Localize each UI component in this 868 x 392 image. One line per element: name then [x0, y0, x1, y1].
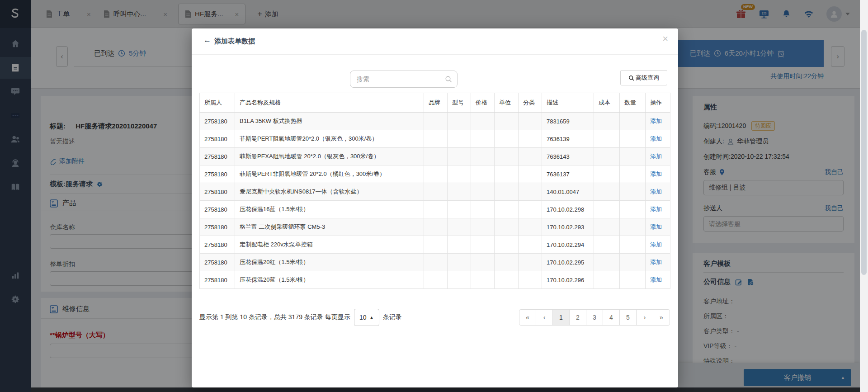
add-product-link[interactable]: 添加 [650, 223, 662, 230]
cell-brand [424, 254, 448, 271]
cell-desc: 7636137 [542, 165, 594, 183]
cell-category [519, 218, 542, 236]
cell-cost [594, 254, 620, 271]
screen: 工单 × 呼叫中心... × HF服务... × + 添加 NEW [0, 0, 868, 392]
cell-unit [495, 254, 519, 271]
column-header: 分类 [519, 93, 542, 113]
cell-name: B1LA 35KW 板式换热器 [235, 113, 424, 130]
cell-owner: 2758180 [200, 183, 235, 201]
add-product-link[interactable]: 添加 [650, 241, 662, 248]
cell-price [471, 218, 495, 236]
search-input[interactable] [350, 71, 458, 88]
cell-model [448, 165, 471, 183]
cell-unit [495, 130, 519, 148]
cell-price [471, 130, 495, 148]
cell-brand [424, 148, 448, 165]
page-button-›[interactable]: › [636, 309, 653, 326]
cell-category [519, 201, 542, 218]
cell-qty [620, 130, 646, 148]
add-product-link[interactable]: 添加 [650, 276, 662, 283]
pagination: «‹12345›» [519, 309, 670, 326]
cell-price [471, 201, 495, 218]
cell-qty [620, 254, 646, 271]
cell-cost [594, 218, 620, 236]
table-row: 2758180压花保温20蓝（1.5米/根）170.10.02.296添加 [200, 271, 670, 289]
cell-brand [424, 236, 448, 254]
cell-qty [620, 165, 646, 183]
cell-brand [424, 271, 448, 289]
cell-name: 菲斯曼PERT阻氧地暖管20*2.0（银灰色，300米/卷） [235, 130, 424, 148]
column-header: 成本 [594, 93, 620, 113]
cell-brand [424, 165, 448, 183]
cell-brand [424, 113, 448, 130]
cell-name: 格兰富 二次侧采暖循环泵 CM5-3 [235, 218, 424, 236]
page-button-«[interactable]: « [519, 309, 536, 326]
column-header: 型号 [448, 93, 471, 113]
column-header: 操作 [646, 93, 670, 113]
cell-price [471, 113, 495, 130]
cell-model [448, 271, 471, 289]
cell-category [519, 254, 542, 271]
cell-desc: 7636143 [542, 148, 594, 165]
cell-qty [620, 218, 646, 236]
page-button-1[interactable]: 1 [552, 309, 570, 326]
close-icon[interactable]: × [662, 34, 668, 44]
cell-action: 添加 [646, 130, 670, 148]
add-product-link[interactable]: 添加 [650, 118, 662, 124]
page-button-3[interactable]: 3 [586, 309, 603, 326]
cell-brand [424, 201, 448, 218]
cell-cost [594, 148, 620, 165]
table-row: 2758180定制配电柜 220v水泵单控箱170.10.02.294添加 [200, 236, 670, 254]
add-product-link[interactable]: 添加 [650, 170, 662, 177]
pagination-summary: 显示第 1 到第 10 条记录，总共 3179 条记录 每页显示 10 ▲ 条记… [199, 309, 402, 326]
back-arrow-icon[interactable]: ← [203, 36, 211, 45]
cell-action: 添加 [646, 201, 670, 218]
page-button-4[interactable]: 4 [603, 309, 620, 326]
page-size-dropdown[interactable]: 10 ▲ [354, 309, 379, 326]
cell-name: 压花保温20蓝（1.5米/根） [235, 271, 424, 289]
cell-category [519, 130, 542, 148]
cell-action: 添加 [646, 218, 670, 236]
search-box [350, 71, 458, 88]
advanced-query-button[interactable]: 高级查询 [620, 70, 667, 85]
cell-action: 添加 [646, 165, 670, 183]
page-button-»[interactable]: » [653, 309, 670, 326]
add-product-link[interactable]: 添加 [650, 188, 662, 195]
cell-qty [620, 148, 646, 165]
column-header: 单位 [495, 93, 519, 113]
add-product-link[interactable]: 添加 [650, 153, 662, 160]
cell-qty [620, 271, 646, 289]
cell-price [471, 254, 495, 271]
cell-name: 菲斯曼PEXA阻氧地暖管 20*2.0（银灰色，300米/卷） [235, 148, 424, 165]
page-button-2[interactable]: 2 [569, 309, 586, 326]
cell-name: 爱尼克斯中央软水机INS0817一体（含软水盐） [235, 183, 424, 201]
cell-cost [594, 165, 620, 183]
caret-up-icon: ▲ [370, 315, 374, 320]
add-product-link[interactable]: 添加 [650, 206, 662, 213]
cell-unit [495, 165, 519, 183]
cell-price [471, 236, 495, 254]
page-button-5[interactable]: 5 [619, 309, 637, 326]
scrollbar-track[interactable] [860, 0, 868, 392]
table-row: 2758180压花保温20红（1.5米/根）170.10.02.295添加 [200, 254, 670, 271]
add-product-link[interactable]: 添加 [650, 135, 662, 142]
cell-category [519, 183, 542, 201]
add-product-link[interactable]: 添加 [650, 259, 662, 265]
cell-category [519, 271, 542, 289]
cell-cost [594, 183, 620, 201]
cell-unit [495, 148, 519, 165]
cell-model [448, 236, 471, 254]
cell-unit [495, 236, 519, 254]
cell-desc: 170.10.02.293 [542, 218, 594, 236]
cell-owner: 2758180 [200, 130, 235, 148]
column-header: 价格 [471, 93, 495, 113]
product-table: 所属人产品名称及规格品牌型号价格单位分类描述成本数量操作 2758180B1LA… [199, 93, 670, 289]
page-button-‹[interactable]: ‹ [536, 309, 553, 326]
column-header: 数量 [620, 93, 646, 113]
page-size-value: 10 [359, 314, 367, 321]
cell-model [448, 201, 471, 218]
scrollbar-thumb[interactable] [861, 30, 867, 275]
cell-desc: 140.01.0047 [542, 183, 594, 201]
modal-title: 添加表单数据 [214, 37, 255, 46]
cell-desc: 170.10.02.294 [542, 236, 594, 254]
